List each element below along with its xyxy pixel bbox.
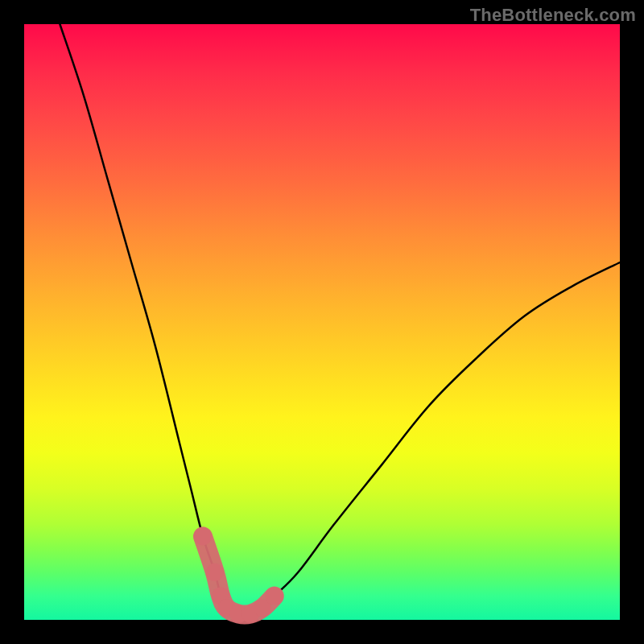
highlight-dot <box>266 587 283 605</box>
chart-frame: TheBottleneck.com <box>0 0 644 644</box>
highlight-dot <box>206 564 224 581</box>
highlight-dot <box>194 527 212 545</box>
curve-layer <box>24 24 620 620</box>
bottleneck-curve <box>60 24 620 615</box>
plot-area <box>24 24 620 620</box>
watermark-text: TheBottleneck.com <box>470 5 636 26</box>
